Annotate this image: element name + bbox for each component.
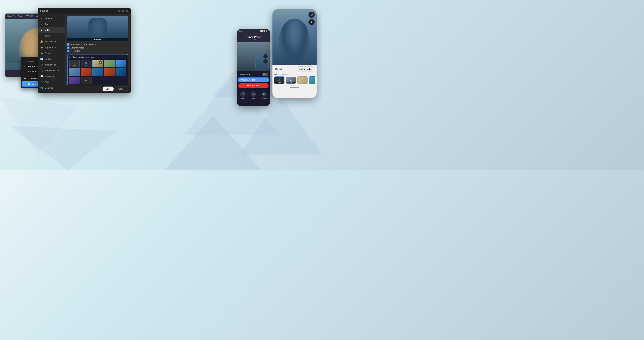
phone1-bottom-bar: 🎤 Mute 📹 Video 🔊 Speaker <box>237 90 270 101</box>
nav-general[interactable]: ⊙ General <box>38 15 65 21</box>
dual-camera-row: Dual camera <box>237 71 270 77</box>
phone2-start-video-btn[interactable]: Start my video <box>296 66 315 71</box>
flip-camera-btn[interactable]: ⟳ <box>263 54 268 58</box>
effects-btn[interactable]: ⚡ <box>308 19 315 25</box>
cancel-button[interactable]: Cancel <box>115 87 128 91</box>
phone-2-device: ⟳ ⚡ Cancel Start my video Virtual backgr… <box>272 9 316 98</box>
vbg-sel-room[interactable] <box>297 76 308 84</box>
camera-flip-btn[interactable]: ⟳ <box>308 11 315 18</box>
phone1-self-preview: ⟳ ↕ My preview <box>256 53 268 70</box>
speaker-ctrl[interactable]: 🔊 Speaker <box>261 91 267 99</box>
vbg-none-item[interactable]: ⊘ None <box>69 60 80 67</box>
window-controls <box>118 10 128 12</box>
video-icon: 📹 <box>250 91 256 97</box>
nav-join[interactable]: ⊕ Join options <box>38 91 65 93</box>
vbg-add-item[interactable]: + <box>81 77 92 84</box>
phone2-bottom-area: Cancel Start my video Virtual background… <box>272 65 316 86</box>
signal-icon: ▐▐▐ <box>260 30 263 32</box>
stop-video-button[interactable]: Stop my video <box>238 83 268 88</box>
nav-phone[interactable]: 📞 Phone services <box>38 68 65 73</box>
home-indicator <box>272 86 316 89</box>
join-icon: ⊕ <box>40 92 43 93</box>
wifi-icon: 📶 <box>263 30 265 32</box>
vbg-item-6[interactable] <box>69 68 80 76</box>
phone2-action-btns: Cancel Start my video <box>274 66 315 71</box>
hd-checkbox[interactable]: ✓ Enable HD <box>67 50 128 52</box>
virtual-bg-icon: ✦ <box>24 83 26 85</box>
video-nav-icon: ▶ <box>40 29 43 31</box>
vbg-blur-item[interactable]: ◈ Blur <box>81 60 92 67</box>
camera-section-icon: □ <box>24 60 26 62</box>
add-icon: + <box>85 79 87 83</box>
settings-actions: Save Cancel <box>65 85 130 93</box>
selected-check: ✓ <box>100 61 102 63</box>
vbg-item-11[interactable] <box>69 77 80 84</box>
vbg-chevron-icon: ▾ <box>126 56 126 58</box>
battery-icon: 🔋 <box>266 30 268 32</box>
phone2-controls: ⟳ ⚡ <box>308 11 315 25</box>
sel-none-icon: ⊘ <box>278 78 280 82</box>
preview-label-text: Preview <box>67 38 128 41</box>
vbg-item-9[interactable] <box>104 68 115 76</box>
vbg-panel-header: ✕ Change virtual background ▾ <box>69 56 126 58</box>
settings-window: Settings ⊙ General ♪ Audio ▶ Video ↗ Sha <box>38 8 130 93</box>
vbg-arrow-icon: › <box>266 79 267 81</box>
preview-person-figure <box>88 18 108 41</box>
nav-messaging[interactable]: 💬 Messaging <box>38 73 65 79</box>
vbg-header-left: ✕ Change virtual background <box>69 56 95 58</box>
hw-accel-checkbox[interactable]: ✓ Enable hardware acceleration <box>67 43 128 46</box>
nav-integrations[interactable]: ⚙ Integrations <box>38 62 65 68</box>
nav-audio[interactable]: ♪ Audio <box>38 21 65 27</box>
vbg-beach-item[interactable] <box>116 60 126 67</box>
nav-calling[interactable]: 📱 Calling <box>38 79 65 85</box>
vbg-sel-beach[interactable] <box>309 76 315 84</box>
calling-icon: 📱 <box>40 81 43 83</box>
messaging-icon: 💬 <box>40 75 43 78</box>
nav-outlook[interactable]: 📧 Outlook <box>38 56 65 62</box>
maximize-button[interactable] <box>122 10 124 12</box>
phone2-cancel-btn[interactable]: Cancel <box>274 66 283 71</box>
nav-share[interactable]: ↗ Share <box>38 33 65 39</box>
dual-camera-toggle[interactable] <box>262 73 268 76</box>
save-button[interactable]: Save <box>102 87 114 91</box>
nav-notifications[interactable]: 🔔 Notifications <box>38 39 65 44</box>
mute-ctrl[interactable]: 🎤 Mute <box>240 91 246 99</box>
audio-icon: ♪ <box>40 23 43 25</box>
mirror-checkbox[interactable]: ✓ Mirror my video <box>67 47 128 49</box>
vbg-section-label: Virtual background <box>274 73 315 75</box>
phone1-statusbar: 9:41 ▐▐▐ 📶 🔋 <box>237 29 270 33</box>
general-icon: ⊙ <box>40 17 43 20</box>
vbg-office-item[interactable]: ✓ <box>92 60 103 67</box>
settings-titlebar: Settings <box>38 8 130 14</box>
share-icon: ↗ <box>40 34 43 37</box>
vbg-sel-none[interactable]: ⊘ None <box>274 76 284 84</box>
video-preview-box: Preview <box>67 16 128 41</box>
mirror-check-icon: ✓ <box>67 47 70 49</box>
svg-marker-3 <box>0 97 78 155</box>
vbg-item-7[interactable] <box>81 68 92 76</box>
settings-title: Settings <box>40 9 48 12</box>
video-ctrl[interactable]: 📹 Video <box>250 91 256 99</box>
nav-meetings[interactable]: 👥 Meetings <box>38 85 65 91</box>
nav-appearance[interactable]: ◐ Appearance <box>38 44 65 50</box>
meetings-icon: 👥 <box>40 87 43 89</box>
vbg-nature-item[interactable] <box>104 60 115 67</box>
video-settings-checkboxes: ✓ Enable hardware acceleration ✓ Mirror … <box>67 43 128 52</box>
nav-privacy[interactable]: 🔒 Privacy <box>38 50 65 56</box>
vbg-sel-blur[interactable]: ◈ Blur <box>286 76 296 84</box>
vbg-item-10[interactable] <box>116 68 126 76</box>
check-icon: ✓ <box>24 65 26 68</box>
virtual-bg-row[interactable]: Virtual background › <box>238 77 268 82</box>
close-button[interactable] <box>126 10 128 12</box>
virtual-bg-panel: ✕ Change virtual background ▾ ⊘ None <box>67 54 128 85</box>
hd-check-icon: ✓ <box>67 50 70 52</box>
vbg-item-8[interactable] <box>92 68 103 76</box>
minimize-button[interactable] <box>118 10 120 12</box>
video-title-text: Umar Patel Work: +1 555 888 1234 <box>7 15 38 17</box>
nav-video[interactable]: ▶ Video <box>38 27 65 33</box>
status-icons: ▐▐▐ 📶 🔋 <box>260 30 268 32</box>
settings-main-area: Preview ✓ Enable hardware acceleration ✓… <box>65 14 130 85</box>
pip-btn[interactable]: ↕ <box>263 59 268 64</box>
mute-icon: 🎤 <box>240 91 246 97</box>
hw-accel-check-icon: ✓ <box>67 43 70 46</box>
